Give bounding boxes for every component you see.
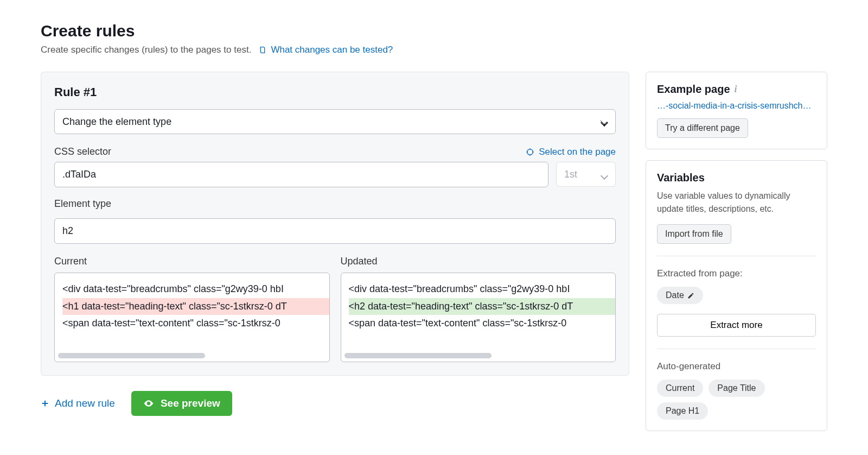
variable-chip-current[interactable]: Current: [657, 380, 703, 397]
auto-generated-label: Auto-generated: [657, 361, 816, 372]
example-page-card: Example page i …-social-media-in-a-crisi…: [646, 72, 827, 149]
add-rule-label: Add new rule: [55, 397, 115, 409]
extract-more-button[interactable]: Extract more: [657, 314, 816, 337]
info-icon[interactable]: i: [735, 84, 737, 95]
extracted-label: Extracted from page:: [657, 268, 816, 279]
diff-line: <span data-test="text-content" class="sc…: [349, 315, 616, 332]
plus-icon: [41, 399, 49, 408]
page-subtitle: Create specific changes (rules) to the p…: [41, 45, 251, 55]
ordinal-select-wrap: 1st: [556, 162, 616, 187]
page-title: Create rules: [41, 22, 827, 40]
example-url-link[interactable]: …-social-media-in-a-crisis-semrushchat: [657, 101, 816, 111]
variable-chip-date[interactable]: Date: [657, 287, 703, 304]
scrollbar-track: [344, 353, 612, 358]
select-on-page-link[interactable]: Select on the page: [526, 147, 616, 157]
element-type-label-row: Element type: [54, 198, 616, 210]
rule-card: Rule #1 Change the element type CSS sele…: [41, 72, 629, 376]
current-label: Current: [54, 256, 330, 267]
divider: [657, 349, 816, 349]
diff-line: <div data-test="breadcrumbs" class="g2wy…: [349, 281, 616, 298]
import-from-file-button[interactable]: Import from file: [657, 224, 731, 244]
variables-card: Variables Use variable values to dynamic…: [646, 160, 827, 431]
updated-diff-box: <div data-test="breadcrumbs" class="g2wy…: [341, 273, 616, 362]
see-preview-label: See preview: [161, 397, 220, 409]
svg-point-0: [527, 149, 533, 155]
see-preview-button[interactable]: See preview: [131, 391, 232, 416]
current-diff-box: <div data-test="breadcrumbs" class="g2wy…: [54, 273, 330, 362]
select-on-page-text: Select on the page: [539, 147, 616, 157]
variables-description: Use variable values to dynamically updat…: [657, 189, 816, 216]
scrollbar-track: [58, 353, 326, 358]
element-type-label: Element type: [54, 198, 111, 210]
example-page-heading: Example page i: [657, 83, 737, 96]
rule-action-select-wrap: Change the element type: [54, 109, 616, 134]
add-rule-button[interactable]: Add new rule: [41, 397, 115, 409]
external-link-icon: [814, 102, 816, 110]
variable-chip-page-h1[interactable]: Page H1: [657, 402, 708, 420]
svg-point-7: [148, 402, 149, 404]
scrollbar-thumb[interactable]: [58, 353, 205, 358]
eye-icon: [143, 398, 154, 409]
variable-chip-page-title[interactable]: Page Title: [709, 380, 764, 397]
css-selector-label: CSS selector: [54, 146, 111, 157]
element-type-input[interactable]: [54, 218, 616, 244]
ordinal-select[interactable]: 1st: [556, 162, 616, 187]
help-link-text: What changes can be tested?: [271, 45, 393, 55]
diff-line-changed: <h1 data-test="heading-text" class="sc-1…: [62, 298, 329, 315]
scrollbar-thumb[interactable]: [344, 353, 492, 358]
page-subtitle-row: Create specific changes (rules) to the p…: [41, 45, 827, 55]
rule-action-select[interactable]: Change the element type: [54, 109, 616, 134]
rule-heading: Rule #1: [54, 85, 616, 99]
help-link[interactable]: What changes can be tested?: [259, 45, 393, 55]
try-different-page-button[interactable]: Try a different page: [657, 118, 748, 138]
crosshair-icon: [526, 148, 534, 156]
diff-line-changed: <h2 data-test="heading-text" class="sc-1…: [349, 298, 616, 315]
updated-label: Updated: [341, 256, 616, 267]
diff-line: <span data-test="text-content" class="sc…: [62, 315, 329, 332]
book-icon: [259, 46, 267, 54]
divider: [657, 256, 816, 256]
css-selector-input[interactable]: [54, 162, 548, 187]
variables-heading: Variables: [657, 172, 705, 184]
css-selector-label-row: CSS selector Select on the page: [54, 146, 616, 157]
diff-line: <div data-test="breadcrumbs" class="g2wy…: [62, 281, 329, 298]
pencil-icon: [687, 292, 694, 299]
